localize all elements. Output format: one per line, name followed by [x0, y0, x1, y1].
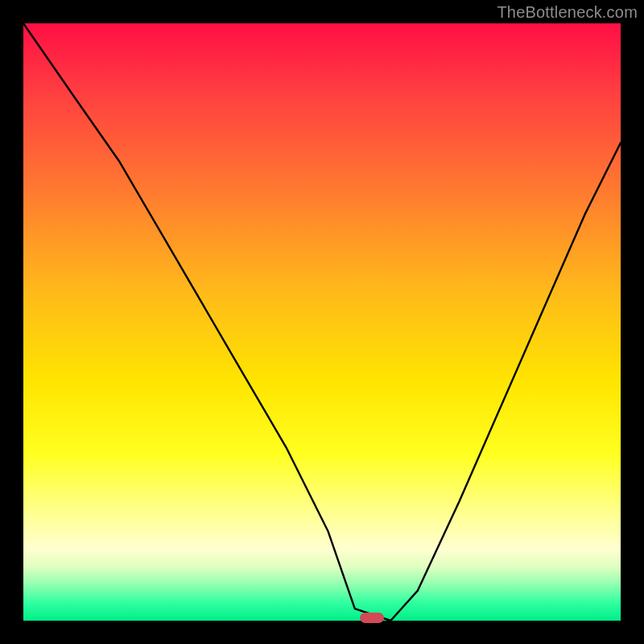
optimal-marker	[360, 613, 384, 623]
bottleneck-curve	[23, 23, 621, 621]
chart-container: TheBottleneck.com	[0, 0, 644, 644]
watermark-label: TheBottleneck.com	[497, 3, 638, 22]
plot-area	[23, 23, 621, 621]
